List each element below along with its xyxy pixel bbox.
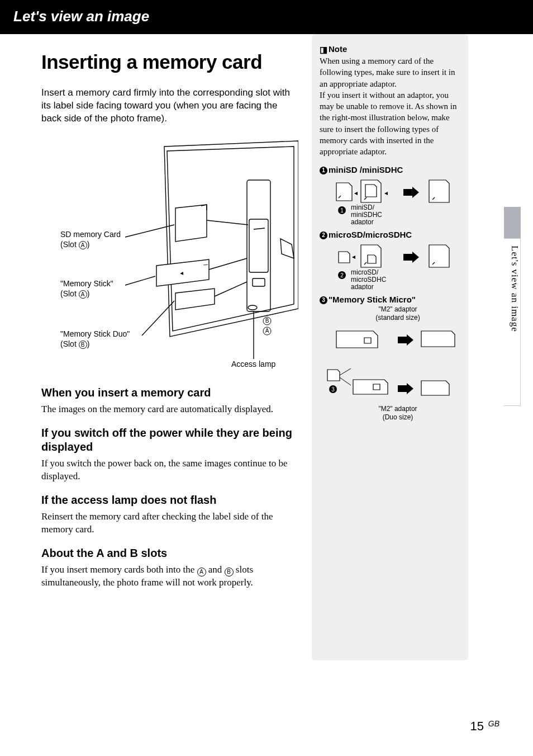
- label-sd: SD memory Card (Slot A): [60, 229, 121, 249]
- svg-line-2: [254, 228, 265, 229]
- thumb-tab-fill: [504, 207, 521, 238]
- page-number: 15: [470, 719, 483, 733]
- svg-marker-17: [403, 187, 419, 198]
- svg-marker-16: [384, 192, 388, 195]
- region-code: GB: [488, 719, 499, 728]
- svg-marker-15: [354, 192, 358, 195]
- note-body: When using a memory card of the followin…: [320, 55, 460, 157]
- note-icon: ◨: [320, 45, 327, 55]
- section-title: Let's view an image: [13, 8, 149, 25]
- adaptor-illus-2: 2 microSD/microSDHCadaptor: [320, 239, 459, 291]
- body-slots: If you insert memory cards both into the…: [41, 564, 297, 589]
- svg-rect-0: [247, 180, 270, 311]
- svg-marker-25: [398, 334, 413, 346]
- body-poweroff: If you switch the power back on, the sam…: [41, 457, 297, 483]
- intro-paragraph: Insert a memory card firmly into the cor…: [41, 87, 297, 125]
- svg-text:2: 2: [340, 272, 344, 278]
- svg-text:microSD/microSDHCadaptor: microSD/microSDHCadaptor: [351, 268, 387, 290]
- thumb-tab: Let's view an image: [504, 238, 521, 406]
- svg-text:◂: ◂: [181, 271, 183, 275]
- slot-a-marker: A: [265, 328, 269, 334]
- svg-text:3: 3: [331, 386, 335, 393]
- page-content: Inserting a memory card Insert a memory …: [0, 34, 533, 660]
- section-header: Let's view an image: [0, 0, 533, 34]
- svg-line-5: [207, 220, 248, 225]
- svg-line-8: [215, 282, 247, 296]
- page-title: Inserting a memory card: [41, 51, 297, 73]
- adaptor-heading-1: 1miniSD /miniSDHC: [320, 165, 460, 174]
- svg-line-10: [125, 276, 155, 285]
- heading-slots: About the A and B slots: [41, 546, 297, 560]
- heading-insert: When you insert a memory card: [41, 386, 297, 400]
- adaptor-illus-1: 1 miniSD/miniSDHCadaptor: [320, 174, 459, 226]
- label-msduo: "Memory Stick Duo" (Slot B): [60, 329, 130, 349]
- svg-line-28: [340, 368, 351, 375]
- body-insert: The images on the memory card are automa…: [41, 403, 297, 416]
- svg-rect-1: [249, 219, 268, 272]
- svg-line-7: [209, 258, 247, 270]
- svg-rect-3: [253, 278, 265, 286]
- slot-b-marker: B: [265, 318, 269, 324]
- svg-marker-20: [352, 256, 355, 259]
- main-column: Inserting a memory card Insert a memory …: [0, 34, 307, 660]
- svg-marker-21: [403, 252, 419, 263]
- heading-poweroff: If you switch off the power while they a…: [41, 426, 297, 454]
- svg-point-4: [248, 305, 257, 310]
- sidebar-note: ◨Note When using a memory card of the fo…: [312, 34, 468, 660]
- svg-marker-30: [398, 383, 413, 394]
- adaptor-caption-1: miniSD/miniSDHCadaptor: [351, 204, 382, 225]
- label-ms: "Memory Stick" (Slot A): [60, 278, 113, 299]
- svg-line-29: [340, 377, 351, 385]
- label-access-lamp: Access lamp: [231, 359, 275, 369]
- note-heading: ◨Note: [320, 44, 460, 54]
- adaptor-illus-3: "M2" adaptor (standard size) 3 "M2" adap…: [320, 305, 459, 422]
- adaptor-heading-2: 2microSD/microSDHC: [320, 230, 460, 239]
- adaptor-heading-3: 3"Memory Stick Micro": [320, 295, 460, 304]
- body-lamp: Reinsert the memory card after checking …: [41, 511, 297, 536]
- svg-text:1: 1: [340, 207, 344, 214]
- insertion-figure: ◂ B: [41, 135, 298, 370]
- page-footer: 15 GB: [470, 719, 499, 734]
- heading-lamp: If the access lamp does not flash: [41, 493, 297, 507]
